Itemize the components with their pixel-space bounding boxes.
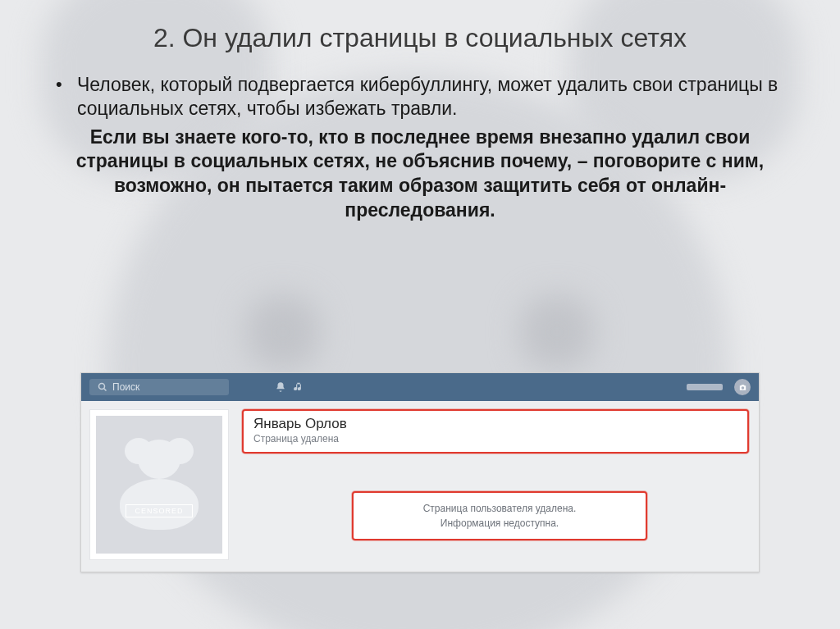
search-placeholder: Поиск	[112, 381, 139, 393]
censored-label: CENSORED	[126, 504, 192, 517]
username-placeholder	[687, 384, 723, 390]
svg-point-0	[99, 384, 105, 390]
profile-status: Страница удалена	[253, 433, 737, 444]
slide-title: 2. Он удалил страницы в социальных сетях	[41, 23, 799, 53]
search-icon	[98, 382, 107, 392]
bullet-icon: •	[56, 73, 77, 121]
profile-name-card: Январь Орлов Страница удалена	[242, 409, 749, 454]
profile-avatar-box: CENSORED	[89, 409, 229, 560]
vk-topbar: Поиск	[81, 373, 759, 401]
vk-body: CENSORED Январь Орлов Страница удалена С…	[81, 401, 759, 572]
profile-name: Январь Орлов	[253, 416, 737, 432]
music-icon[interactable]	[293, 381, 304, 393]
camera-icon	[738, 383, 747, 392]
bell-icon[interactable]	[275, 381, 286, 393]
bullet-item: • Человек, который подвергается кибербул…	[41, 73, 799, 121]
deleted-notice: Страница пользователя удалена. Информаци…	[352, 491, 647, 540]
profile-avatar: CENSORED	[96, 416, 222, 554]
slide: 2. Он удалил страницы в социальных сетях…	[0, 0, 840, 629]
paragraph-2: Если вы знаете кого-то, кто в последнее …	[48, 125, 792, 224]
body-text: • Человек, который подвергается кибербул…	[41, 73, 799, 223]
deleted-line-1: Страница пользователя удалена.	[367, 501, 632, 516]
deleted-line-2: Информация недоступна.	[367, 516, 632, 531]
search-input[interactable]: Поиск	[89, 379, 229, 395]
vk-screenshot: Поиск CENSORED Январь Орлов	[80, 372, 760, 572]
svg-line-1	[104, 389, 107, 391]
paragraph-1: Человек, который подвергается кибербулли…	[77, 73, 799, 121]
topbar-avatar[interactable]	[734, 379, 751, 395]
